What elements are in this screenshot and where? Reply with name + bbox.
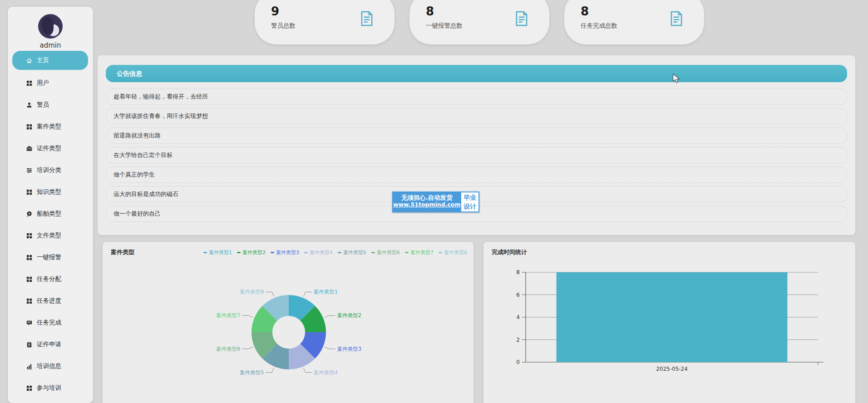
stat-value: 8 bbox=[426, 5, 434, 18]
watermark-ad[interactable]: 无须担心.自动发货 www.51topmind.com 毕业 设计 bbox=[392, 192, 479, 212]
y-tick-label: 6 bbox=[516, 292, 520, 298]
y-tick-label: 2 bbox=[516, 337, 520, 343]
pie-label-line bbox=[242, 315, 253, 317]
completion-time-bar-chart: 024682025-05-24 bbox=[483, 242, 855, 403]
legend-marker bbox=[304, 252, 308, 253]
pie-label-line bbox=[266, 368, 274, 373]
legend-marker bbox=[439, 252, 442, 253]
sidebar-item-3[interactable]: 警员 bbox=[8, 94, 93, 116]
sidebar-item-13[interactable]: 任务完成 bbox=[8, 312, 93, 334]
sidebar-item-16[interactable]: 参与培训 bbox=[8, 377, 93, 399]
sidebar-item-label: 任务完成 bbox=[37, 319, 61, 327]
announcement-title: 公告信息 bbox=[117, 70, 142, 77]
sidebar-item-8[interactable]: 船舶类型 bbox=[8, 203, 93, 225]
sidebar-item-label: 文件类型 bbox=[37, 231, 61, 240]
ship-icon bbox=[26, 211, 33, 217]
watermark-url: www.51topmind.com bbox=[393, 201, 460, 208]
pie-slice-label: 案件类型7 bbox=[216, 312, 240, 319]
sidebar: admin 主页用户警员案件类型证件类型培训分类知识类型船舶类型文件类型一键报警… bbox=[8, 7, 93, 403]
stat-label: 任务完成总数 bbox=[581, 22, 617, 30]
watermark-badge-line2: 设计 bbox=[461, 202, 478, 211]
announcement-item[interactable]: 留退路就没有出路 bbox=[106, 128, 847, 144]
sidebar-item-label: 培训分类 bbox=[37, 166, 61, 174]
sidebar-item-7[interactable]: 知识类型 bbox=[8, 181, 93, 203]
document-icon bbox=[668, 10, 685, 27]
watermark-badge-line1: 毕业 bbox=[461, 193, 478, 202]
stat-card-3[interactable]: 8任务完成总数 bbox=[564, 0, 704, 44]
stat-value: 8 bbox=[581, 5, 589, 18]
sidebar-item-label: 一键报警 bbox=[37, 253, 61, 261]
sidebar-item-label: 船舶类型 bbox=[37, 210, 61, 218]
announcement-header: 公告信息 bbox=[106, 65, 847, 82]
pie-label-line bbox=[325, 315, 335, 317]
pie-slice-label: 案件类型1 bbox=[314, 289, 338, 295]
sidebar-item-label: 培训信息 bbox=[37, 362, 61, 370]
briefcase-icon bbox=[26, 145, 33, 152]
pie-label-line bbox=[242, 347, 253, 349]
stat-label: 警员总数 bbox=[271, 22, 296, 30]
sidebar-item-label: 任务进度 bbox=[37, 297, 61, 305]
username: admin bbox=[8, 41, 93, 49]
y-tick-label: 8 bbox=[516, 269, 520, 275]
sidebar-item-10[interactable]: 一键报警 bbox=[8, 246, 93, 268]
stat-card-2[interactable]: 8一键报警总数 bbox=[409, 0, 549, 44]
grid-icon bbox=[26, 232, 33, 239]
case-type-panel: 案件类型 案件类型1案件类型2案件类型3案件类型4案件类型5案件类型6案件类型7… bbox=[103, 242, 473, 403]
sidebar-item-14[interactable]: 证件申请 bbox=[8, 334, 93, 355]
sidebar-item-15[interactable]: 培训信息 bbox=[8, 355, 93, 377]
grid-icon bbox=[26, 123, 33, 130]
announcement-item[interactable]: 趁着年轻，输得起，看得开，去经历 bbox=[106, 88, 847, 105]
pie-slice-label: 案件类型2 bbox=[337, 312, 361, 319]
pie-slice-label: 案件类型5 bbox=[240, 369, 264, 376]
sidebar-item-9[interactable]: 文件类型 bbox=[8, 225, 93, 246]
grid-icon bbox=[26, 189, 33, 196]
pie-label-line bbox=[304, 368, 312, 373]
stat-value: 9 bbox=[271, 5, 279, 18]
announcement-item[interactable]: 做个真正的学生 bbox=[106, 167, 847, 183]
avatar[interactable] bbox=[38, 14, 63, 39]
grid-icon bbox=[26, 385, 33, 392]
sidebar-item-label: 知识类型 bbox=[37, 188, 61, 196]
sidebar-item-2[interactable]: 用户 bbox=[8, 72, 93, 94]
y-tick-label: 4 bbox=[516, 314, 520, 320]
sidebar-menu: 主页用户警员案件类型证件类型培训分类知识类型船舶类型文件类型一键报警任务分配任务… bbox=[8, 51, 93, 399]
announcement-item[interactable]: 在大学给自己定个目标 bbox=[106, 147, 847, 163]
sidebar-item-11[interactable]: 任务分配 bbox=[8, 268, 93, 290]
sidebar-item-label: 案件类型 bbox=[37, 123, 61, 131]
sidebar-item-label: 警员 bbox=[37, 101, 49, 109]
legend-marker bbox=[371, 252, 375, 253]
watermark-line1: 无须担心.自动发货 bbox=[393, 194, 460, 201]
sidebar-item-label: 证件类型 bbox=[37, 144, 61, 152]
y-tick-label: 0 bbox=[516, 359, 520, 365]
grid-icon bbox=[26, 254, 33, 261]
stat-label: 一键报警总数 bbox=[426, 22, 463, 30]
pie-slice-label: 案件类型8 bbox=[240, 289, 264, 295]
sidebar-item-label: 参与培训 bbox=[37, 384, 61, 392]
home-icon bbox=[26, 57, 33, 64]
sidebar-item-label: 证件申请 bbox=[37, 340, 61, 349]
sidebar-item-6[interactable]: 培训分类 bbox=[8, 159, 93, 181]
legend-marker bbox=[237, 252, 241, 253]
case-type-donut-chart: 案件类型1案件类型2案件类型3案件类型4案件类型5案件类型6案件类型7案件类型8 bbox=[103, 255, 473, 403]
sidebar-item-label: 任务分配 bbox=[37, 275, 61, 283]
legend-marker bbox=[271, 252, 274, 253]
announcement-item[interactable]: 大学就该抓住青春，用汗水实现梦想 bbox=[106, 108, 847, 124]
legend-marker bbox=[203, 252, 207, 253]
x-category-label: 2025-05-24 bbox=[656, 366, 688, 372]
pie-label-line bbox=[325, 347, 335, 349]
legend-marker bbox=[338, 252, 341, 253]
sidebar-item-4[interactable]: 案件类型 bbox=[8, 116, 93, 138]
watermark-badge: 毕业 设计 bbox=[461, 192, 478, 211]
sidebar-item-12[interactable]: 任务进度 bbox=[8, 290, 93, 312]
sidebar-item-5[interactable]: 证件类型 bbox=[8, 138, 93, 159]
sidebar-item-label: 主页 bbox=[37, 56, 49, 64]
completion-time-panel: 完成时间统计 024682025-05-24 bbox=[483, 242, 855, 403]
stat-card-1[interactable]: 9警员总数 bbox=[255, 0, 395, 44]
clipboard-icon bbox=[26, 341, 33, 348]
pie-slice-label: 案件类型3 bbox=[337, 346, 361, 352]
bar bbox=[557, 272, 788, 362]
pie-label-line bbox=[304, 292, 312, 296]
sidebar-item-1[interactable]: 主页 bbox=[12, 51, 88, 70]
pie-label-line bbox=[266, 292, 274, 296]
pie-slice-label: 案件类型6 bbox=[216, 346, 240, 352]
